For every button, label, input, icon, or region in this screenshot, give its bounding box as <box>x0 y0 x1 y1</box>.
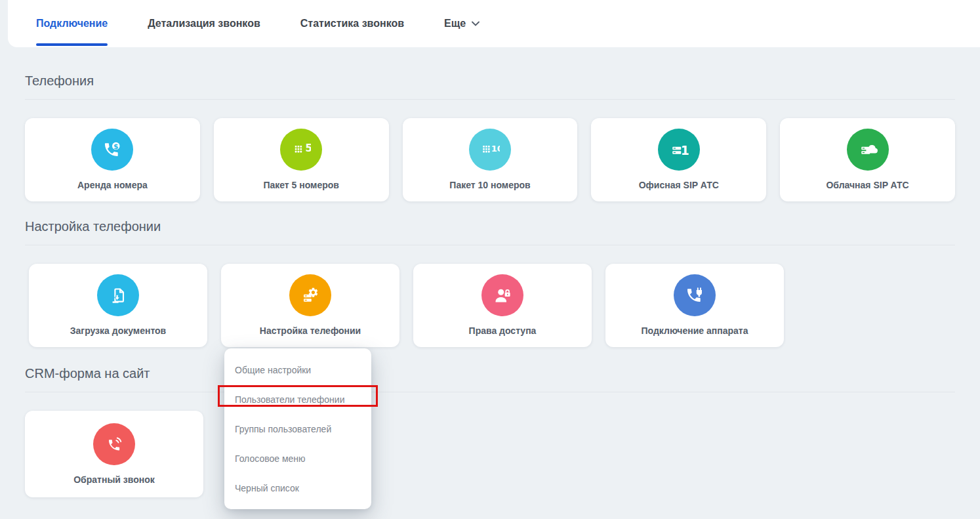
tab-connection[interactable]: Подключение <box>36 0 108 47</box>
card-user-lock[interactable]: Права доступа <box>413 264 592 347</box>
top-tab-bar: ПодключениеДетализация звонковСтатистика… <box>8 0 980 47</box>
tab-call-statistics[interactable]: Статистика звонков <box>300 0 404 47</box>
dialpad-10-icon: 10 <box>469 129 511 171</box>
tab-label: Детализация звонков <box>148 18 260 30</box>
tab-label: Статистика звонков <box>300 18 404 30</box>
menu-item-telephony-users[interactable]: Пользователи телефонии <box>224 384 371 414</box>
svg-text:1: 1 <box>681 144 689 157</box>
card-label: Права доступа <box>469 325 537 336</box>
card-phone-dollar[interactable]: $Аренда номера <box>25 118 200 201</box>
phone-plug-icon <box>674 274 716 316</box>
user-lock-icon <box>481 274 523 316</box>
document-download-icon <box>97 274 139 316</box>
card-label: Пакет 10 номеров <box>449 180 530 190</box>
card-callback-phone[interactable]: Обратный звонок <box>25 411 203 497</box>
card-phone-plug[interactable]: Подключение аппарата <box>605 264 784 347</box>
telephony-settings-dropdown: Общие настройкиПользователи телефонииГру… <box>224 348 371 509</box>
settings-gear-icon <box>289 274 331 316</box>
callback-phone-icon <box>93 423 135 465</box>
card-label: Настройка телефонии <box>260 325 361 336</box>
section-divider <box>25 392 955 392</box>
section-title: Телефония <box>25 73 955 89</box>
card-label: Подключение аппарата <box>642 325 748 336</box>
section-telephony: Телефония$Аренда номера5Пакет 5 номеров1… <box>25 73 955 201</box>
card-label: Офисная SIP АТС <box>639 180 719 190</box>
menu-item-user-groups[interactable]: Группы пользователей <box>224 414 371 444</box>
cards-row: Загрузка документовНастройка телефонииПр… <box>29 264 955 347</box>
tab-label: Еще <box>444 18 466 30</box>
card-settings-gear[interactable]: Настройка телефонии <box>221 264 399 347</box>
section-title: Настройка телефонии <box>25 219 955 234</box>
svg-text:10: 10 <box>491 144 500 154</box>
card-label: Облачная SIP АТС <box>826 180 909 190</box>
tab-call-details[interactable]: Детализация звонков <box>148 0 260 47</box>
section-divider <box>25 99 955 100</box>
dialpad-5-icon: 5 <box>280 129 322 171</box>
card-label: Аренда номера <box>77 180 148 190</box>
phone-dollar-icon: $ <box>91 129 133 171</box>
tab-more[interactable]: Еще <box>444 0 480 47</box>
card-document-download[interactable]: Загрузка документов <box>29 264 207 347</box>
card-label: Загрузка документов <box>70 325 166 336</box>
menu-item-general-settings[interactable]: Общие настройки <box>224 355 371 384</box>
tab-label: Подключение <box>36 18 108 30</box>
cards-row: Обратный звонок <box>25 411 955 497</box>
card-office-pbx[interactable]: 1Офисная SIP АТС <box>591 118 766 201</box>
card-label: Пакет 5 номеров <box>263 180 339 190</box>
office-pbx-icon: 1 <box>658 129 700 171</box>
card-cloud-pbx[interactable]: Облачная SIP АТС <box>780 118 955 201</box>
cards-row: $Аренда номера5Пакет 5 номеров10Пакет 10… <box>25 118 955 201</box>
section-crm-form: CRM-форма на сайтОбратный звонок <box>25 366 955 497</box>
card-dialpad-10[interactable]: 10Пакет 10 номеров <box>403 118 578 201</box>
svg-text:5: 5 <box>306 142 312 154</box>
menu-item-voice-menu[interactable]: Голосовое меню <box>224 444 371 473</box>
cloud-pbx-icon <box>847 129 889 171</box>
svg-text:$: $ <box>113 142 118 151</box>
card-label: Обратный звонок <box>73 474 155 485</box>
card-dialpad-5[interactable]: 5Пакет 5 номеров <box>214 118 389 201</box>
section-telephony-setup: Настройка телефонииЗагрузка документовНа… <box>25 219 955 347</box>
section-title: CRM-форма на сайт <box>25 366 955 381</box>
chevron-down-icon <box>472 21 480 26</box>
section-divider <box>25 245 955 245</box>
menu-item-blacklist[interactable]: Черный список <box>224 473 371 503</box>
